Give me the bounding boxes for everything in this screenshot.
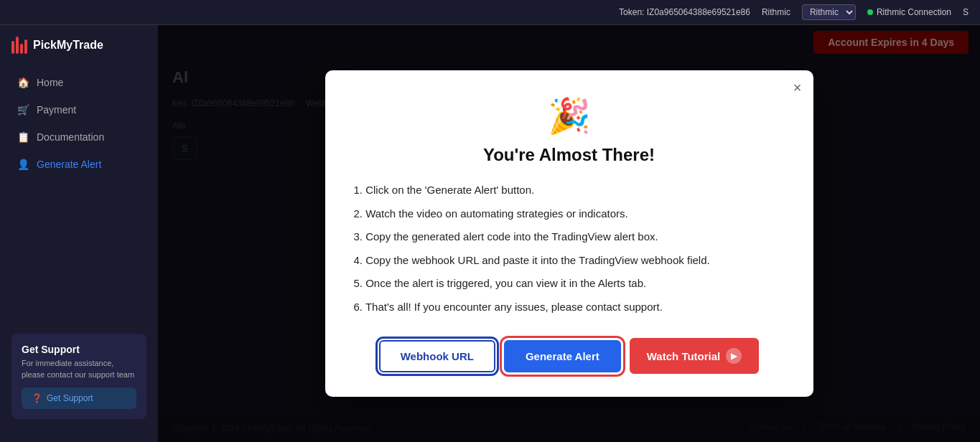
support-btn-label: Get Support [47, 393, 93, 403]
sidebar: PickMyTrade 🏠 Home 🛒 Payment 📋 Documenta… [0, 25, 158, 442]
broker-select[interactable]: Rithmic [802, 4, 856, 20]
modal-title: You're Almost There! [354, 145, 785, 165]
modal-step-6: 6. That's all! If you encounter any issu… [354, 299, 785, 316]
watch-tutorial-button[interactable]: Watch Tutorial ▶ [630, 338, 760, 374]
topbar-broker: Rithmic [762, 7, 790, 17]
get-support-button[interactable]: ❓ Get Support [22, 387, 136, 409]
modal-emoji: 🎉 [354, 96, 785, 136]
logo-bar-4 [24, 39, 27, 54]
home-icon: 🏠 [17, 77, 29, 88]
generate-icon: 👤 [17, 159, 29, 170]
modal-step-5: 5. Once the alert is triggered, you can … [354, 276, 785, 292]
docs-icon: 📋 [17, 131, 29, 143]
sidebar-item-generate-label: Generate Alert [37, 159, 101, 170]
sidebar-item-payment-label: Payment [37, 104, 76, 116]
modal-close-button[interactable]: × [793, 80, 802, 95]
modal-steps-list: 1. Click on the 'Generate Alert' button.… [354, 182, 785, 315]
play-icon: ▶ [726, 348, 742, 364]
generate-alert-button[interactable]: Generate Alert [504, 340, 621, 372]
modal-step-1: 1. Click on the 'Generate Alert' button. [354, 182, 785, 199]
logo-bar-1 [11, 41, 14, 54]
topbar-token: Token: IZ0a965064388e69521e86 [619, 7, 750, 17]
modal-step-4: 4. Copy the webhook URL and paste it int… [354, 253, 785, 269]
connection-dot [867, 9, 873, 15]
logo-text: PickMyTrade [33, 39, 103, 52]
sidebar-item-docs-label: Documentation [37, 131, 104, 143]
modal-actions: Webhook URL Generate Alert Watch Tutoria… [354, 338, 785, 374]
sidebar-item-payment[interactable]: 🛒 Payment [6, 97, 152, 123]
main-content: Account Expires in 4 Days Al ken: IZ0a96… [158, 25, 980, 442]
modal-overlay: × 🎉 You're Almost There! 1. Click on the… [158, 25, 980, 442]
support-box: Get Support For immediate assistance, pl… [11, 334, 146, 419]
watch-tutorial-label: Watch Tutorial [647, 350, 721, 362]
sidebar-item-home[interactable]: 🏠 Home [6, 70, 152, 95]
logo: PickMyTrade [0, 37, 158, 68]
sidebar-item-documentation[interactable]: 📋 Documentation [6, 124, 152, 150]
logo-bar-2 [16, 37, 19, 54]
support-description: For immediate assistance, please contact… [22, 358, 136, 380]
sidebar-nav: 🏠 Home 🛒 Payment 📋 Documentation 👤 Gener… [0, 68, 158, 179]
topbar: Token: IZ0a965064388e69521e86 Rithmic Ri… [0, 0, 980, 25]
modal-step-2: 2. Watch the video on automating strateg… [354, 206, 785, 222]
logo-icon [11, 37, 27, 54]
payment-icon: 🛒 [17, 104, 29, 116]
modal-dialog: × 🎉 You're Almost There! 1. Click on the… [325, 70, 813, 397]
connection-status: Rithmic Connection [867, 7, 951, 17]
logo-bar-3 [20, 44, 23, 54]
support-title: Get Support [22, 344, 136, 355]
sidebar-item-generate-alert[interactable]: 👤 Generate Alert [6, 151, 152, 177]
webhook-url-button[interactable]: Webhook URL [379, 340, 495, 372]
sidebar-item-home-label: Home [37, 77, 63, 88]
support-btn-icon: ❓ [32, 393, 42, 403]
topbar-status-s: S [963, 7, 969, 17]
modal-step-3: 3. Copy the generated alert code into th… [354, 229, 785, 245]
sidebar-bottom: Get Support For immediate assistance, pl… [0, 322, 158, 431]
